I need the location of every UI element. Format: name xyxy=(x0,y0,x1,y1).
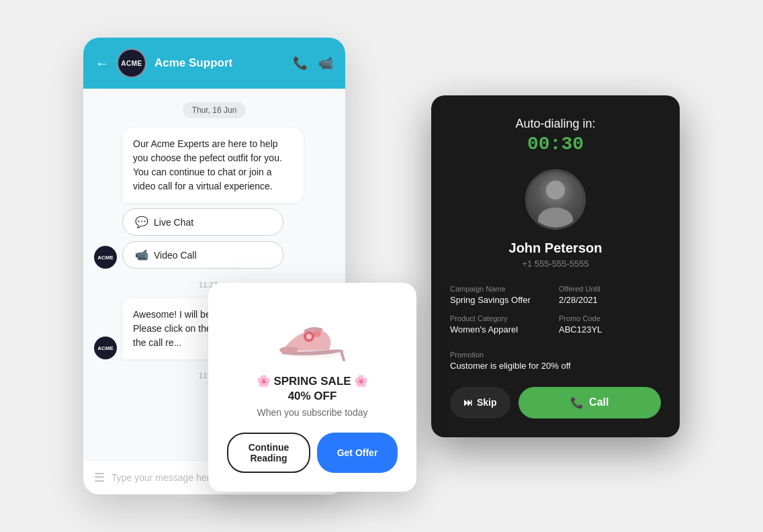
sender-avatar-2: ACME xyxy=(94,337,117,359)
offered-cell: Offered Until 2/28/2021 xyxy=(559,285,661,305)
offered-value: 2/28/2021 xyxy=(559,295,661,305)
promo-code-label: Promo Code xyxy=(559,314,661,322)
popup-actions: Continue Reading Get Offer xyxy=(227,433,398,473)
call-button[interactable]: 📞 Call xyxy=(519,387,661,418)
chat-date: Thur, 16 Jun xyxy=(183,102,246,118)
video-icon[interactable]: 📹 xyxy=(318,56,333,71)
autodial-person-name: John Peterson xyxy=(509,240,602,256)
svg-point-3 xyxy=(306,334,312,339)
skip-button[interactable]: ⏭ Skip xyxy=(450,387,510,418)
call-icon: 📞 xyxy=(570,396,584,409)
video-call-button[interactable]: 📹 Video Call xyxy=(122,241,283,269)
popup-title-text: SPRING SALE xyxy=(273,375,351,388)
campaign-value: Spring Savings Offer xyxy=(450,295,552,305)
continue-reading-button[interactable]: Continue Reading xyxy=(227,433,310,473)
svg-point-5 xyxy=(279,347,298,353)
autodial-timer: 00:30 xyxy=(527,134,584,154)
chat-message-1: Our Acme Experts are here to help you ch… xyxy=(122,128,304,203)
category-cell: Product Category Women's Apparel xyxy=(450,314,552,335)
sender-avatar-1: ACME xyxy=(94,246,117,269)
person-photo xyxy=(527,171,584,228)
autodial-avatar xyxy=(525,169,586,230)
campaign-label: Campaign Name xyxy=(450,285,552,293)
call-label: Call xyxy=(589,396,609,408)
popup-card: 🌸 SPRING SALE 🌸 40% OFF When you subscri… xyxy=(208,283,416,492)
popup-subtitle: When you subscribe today xyxy=(257,407,368,418)
chat-header: ← ACME Acme Support 📞 📹 xyxy=(83,38,345,89)
get-offer-button[interactable]: Get Offer xyxy=(317,433,398,473)
autodial-title: Auto-dialing in: xyxy=(515,117,595,131)
promotion-value: Customer is eligible for 20% off xyxy=(450,361,661,371)
menu-icon: ☰ xyxy=(94,470,105,485)
chat-header-icons: 📞 📹 xyxy=(293,56,333,71)
popup-title: 🌸 SPRING SALE 🌸 xyxy=(257,374,369,388)
chat-message-1-row: ACME Our Acme Experts are here to help y… xyxy=(94,128,334,269)
chat-message-1-col: Our Acme Experts are here to help you ch… xyxy=(122,128,304,269)
popup-emoji-2: 🌸 xyxy=(354,375,368,388)
back-button[interactable]: ← xyxy=(95,56,109,71)
autodial-buttons: ⏭ Skip 📞 Call xyxy=(450,387,661,418)
category-value: Women's Apparel xyxy=(450,324,552,335)
chat-icon: 💬 xyxy=(135,216,148,228)
autodial-panel: Auto-dialing in: 00:30 John Peterson +1 … xyxy=(431,95,680,437)
autodial-phone: +1 555-555-5555 xyxy=(522,259,588,269)
skip-label: Skip xyxy=(477,397,497,408)
promo-code-cell: Promo Code ABC123YL xyxy=(559,314,661,335)
category-label: Product Category xyxy=(450,314,552,322)
offered-label: Offered Until xyxy=(559,285,661,293)
live-chat-label: Live Chat xyxy=(154,217,193,228)
popup-discount: 40% OFF xyxy=(288,390,337,403)
autodial-info-grid: Campaign Name Spring Savings Offer Offer… xyxy=(450,285,661,335)
shoe-image xyxy=(269,303,356,363)
promotion-label: Promotion xyxy=(450,351,661,359)
popup-emoji-1: 🌸 xyxy=(257,375,271,388)
phone-icon[interactable]: 📞 xyxy=(293,56,308,71)
chat-avatar: ACME xyxy=(117,48,146,78)
campaign-cell: Campaign Name Spring Savings Offer xyxy=(450,285,552,305)
skip-icon: ⏭ xyxy=(463,397,473,408)
video-call-label: Video Call xyxy=(154,250,197,261)
promotion-row: Promotion Customer is eligible for 20% o… xyxy=(450,351,661,371)
video-btn-icon: 📹 xyxy=(135,249,148,261)
chat-header-name: Acme Support xyxy=(154,56,285,70)
live-chat-button[interactable]: 💬 Live Chat xyxy=(122,208,283,236)
promo-code-value: ABC123YL xyxy=(559,324,661,335)
